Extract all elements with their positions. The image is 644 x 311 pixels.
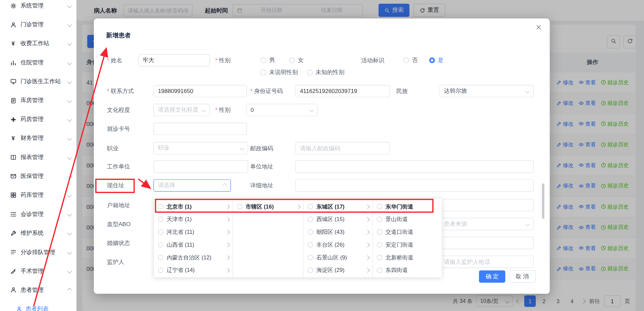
sidebar-item-doctor-workstation[interactable]: 门诊医生工作站 [0, 72, 76, 91]
sidebar-item-label: 住院管理 [21, 59, 64, 66]
sidebar-item-pharmacy-management[interactable]: 药房管理 [0, 110, 76, 129]
book-icon [10, 154, 17, 160]
chevron-right-icon [225, 217, 230, 222]
current-address-select[interactable]: 请选择 [153, 179, 231, 192]
gender-option-male[interactable]: 男 [261, 54, 275, 67]
active-flag-option-no[interactable]: 否 [403, 54, 418, 67]
chevron-down-icon [67, 250, 72, 254]
cascader-option[interactable]: 朝阳区 (43) [304, 226, 373, 239]
chevron-down-icon [67, 136, 72, 141]
medical-cross-icon [10, 116, 17, 123]
radio-label: 是 [438, 57, 444, 64]
cascader-option[interactable]: 景山街道 [373, 213, 442, 226]
person-icon [10, 287, 17, 293]
cascader-option[interactable]: 山西省 (11) [154, 238, 232, 251]
confirm-button[interactable]: 确 定 [479, 270, 505, 283]
sidebar-item-outpatient-management[interactable]: 门诊管理 [0, 15, 76, 34]
chevron-down-icon [67, 174, 72, 179]
g ender-option-unspecified[interactable]: 未说明性别 [261, 68, 298, 76]
gender-option-female[interactable]: 女 [289, 54, 304, 67]
radio-icon [158, 204, 164, 209]
cascader-option[interactable]: 东四街道 [373, 264, 442, 277]
sidebar-item-report-management[interactable]: 报表管理 [0, 148, 76, 167]
cascader-option[interactable]: 安定门街道 [373, 238, 442, 251]
sidebar-item-system-management[interactable]: 系统管理 [0, 0, 76, 15]
radio-icon [261, 70, 266, 75]
radio-icon [377, 229, 382, 235]
chevron-down-icon [67, 3, 72, 8]
sidebar-item-label: 手术管理 [21, 268, 64, 275]
select-placeholder: 患者来源 [444, 220, 467, 228]
cancel-button[interactable]: 取 消 [509, 270, 536, 283]
modal-title: 新增患者 [106, 32, 131, 39]
household-row-input[interactable] [439, 199, 533, 212]
marital-row-input[interactable] [439, 237, 533, 249]
gender-option-unknown[interactable]: 未知的性别 [307, 68, 344, 76]
cascader-option[interactable]: 西城区 (15) [304, 213, 373, 226]
chevron-down-icon [67, 155, 72, 160]
chevron-right-icon [365, 242, 370, 247]
education-select[interactable]: 请选择文化程度 [153, 104, 210, 116]
sidebar-item-insurance-management[interactable]: 医保管理 [0, 167, 76, 186]
sidebar-item-charging-workstation[interactable]: ¥ 收费工作站 [0, 34, 76, 53]
cascader-option[interactable]: 辽宁省 (14) [154, 264, 232, 277]
contact-input[interactable] [153, 85, 247, 97]
chevron-down-icon [67, 269, 72, 274]
contact-label: 联系方式 [107, 85, 134, 97]
radio-icon [308, 268, 313, 273]
name-label: 姓名 [107, 54, 122, 67]
sidebar-item-inpatient-management[interactable]: 住院管理 [0, 53, 76, 72]
detail-address-input[interactable] [295, 179, 534, 192]
sidebar-item-label: 收费工作站 [21, 40, 64, 48]
sidebar-menu: 系统管理 门诊管理 ¥ 收费工作站 住院管理 门诊医生工作站 [0, 0, 76, 311]
cascader-option[interactable]: 海淀区 (29) [304, 264, 373, 277]
cascader-option[interactable]: 东城区 (17) [304, 200, 373, 213]
id-number-input[interactable] [295, 85, 390, 97]
select-value: 0 [251, 107, 254, 113]
sidebar-item-surgery-management[interactable]: 手术管理 [0, 261, 76, 280]
sidebar-item-drug-storage-management[interactable]: 药库管理 [0, 186, 76, 205]
sidebar-item-patient-list[interactable]: 患者列表 [0, 300, 76, 311]
sidebar-item-label: 门诊医生工作站 [21, 78, 64, 85]
guardian-phone-input[interactable] [439, 256, 533, 268]
gender2-select[interactable]: 0 [246, 104, 318, 116]
visit-card-input[interactable] [153, 123, 247, 135]
select-placeholder: 职业 [158, 145, 170, 152]
cascader-option[interactable]: 内蒙古自治区 (12) [154, 251, 232, 264]
cascader-option[interactable]: 北京市 (1) [154, 200, 232, 213]
chevron-right-icon [365, 268, 370, 273]
cascader-option[interactable]: 交道口街道 [373, 226, 442, 239]
list-icon [10, 211, 17, 217]
occupation-select[interactable]: 职业 [153, 142, 248, 154]
unit-address-input[interactable] [295, 160, 534, 173]
chevron-right-icon [225, 204, 230, 209]
sidebar-item-triage-queue-management[interactable]: 分诊排队管理 [0, 243, 76, 261]
chevron-down-icon [67, 60, 72, 65]
modal-scrollbar[interactable] [542, 183, 544, 219]
ethnicity-select[interactable]: 达斡尔族 [439, 85, 533, 97]
work-unit-input[interactable] [153, 160, 248, 173]
close-icon[interactable]: × [536, 23, 541, 32]
sidebar-item-finance-management[interactable]: ¥ 财务管理 [0, 129, 76, 148]
sidebar-item-maintenance-system[interactable]: 维护系统 [0, 224, 76, 243]
name-input[interactable] [138, 54, 210, 67]
cascader-option[interactable]: 天津市 (1) [154, 213, 232, 226]
cascader-option[interactable]: 东华门街道 [373, 200, 442, 213]
blood-type-label: 血型ABO [107, 218, 130, 230]
radio-icon [158, 217, 164, 222]
chevron-down-icon [67, 212, 72, 217]
cascader-option[interactable]: 石景山区 (9) [304, 251, 373, 264]
radio-label: 女 [298, 57, 304, 64]
active-flag-option-yes[interactable]: 是 [429, 54, 444, 67]
sidebar-item-warehouse-management[interactable]: 库房管理 [0, 91, 76, 110]
sidebar-item-patient-management[interactable]: 患者管理 [0, 281, 76, 300]
sidebar-item-consultation-management[interactable]: 会诊管理 [0, 205, 76, 224]
patient-source-select[interactable]: 患者来源 [439, 218, 533, 230]
chevron-right-icon [225, 255, 230, 260]
cascader-option[interactable]: 市辖区 (16) [233, 200, 303, 213]
radio-icon [377, 217, 382, 222]
cascader-option[interactable]: 河北省 (11) [154, 226, 232, 239]
cascader-option[interactable]: 丰台区 (26) [304, 238, 373, 251]
cascader-option[interactable]: 北新桥街道 [373, 251, 442, 264]
postal-code-input[interactable] [295, 142, 390, 154]
